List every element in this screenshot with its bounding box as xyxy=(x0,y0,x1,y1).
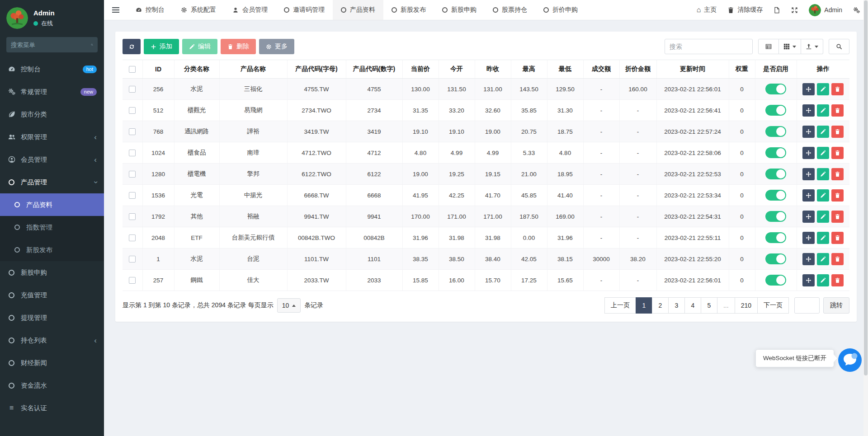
export-button[interactable] xyxy=(801,39,823,54)
sidebar-item[interactable]: 充值管理 xyxy=(0,284,104,306)
row-checkbox[interactable] xyxy=(129,128,136,135)
jump-button[interactable]: 跳转 xyxy=(823,297,849,314)
nav-tab[interactable]: 新股申购 xyxy=(434,0,485,20)
more-button[interactable]: 更多 xyxy=(259,39,294,54)
enable-toggle[interactable] xyxy=(765,253,786,264)
row-checkbox[interactable] xyxy=(129,86,136,93)
edit-row-button[interactable] xyxy=(817,168,829,180)
move-row-button[interactable] xyxy=(802,168,815,180)
user-menu[interactable]: Admin xyxy=(809,4,842,16)
add-button[interactable]: 添加 xyxy=(144,39,179,54)
nav-tab[interactable]: 折价申购 xyxy=(535,0,586,20)
edit-row-button[interactable] xyxy=(817,253,829,265)
enable-toggle[interactable] xyxy=(765,275,786,286)
row-checkbox[interactable] xyxy=(129,171,136,178)
page-number-button[interactable]: 2 xyxy=(652,297,669,314)
page-size-select[interactable]: 10 xyxy=(277,298,301,313)
edit-row-button[interactable] xyxy=(817,189,829,202)
page-number-button[interactable]: 1 xyxy=(636,297,652,314)
sidebar-item[interactable]: 产品管理‹ xyxy=(0,171,104,193)
sidebar-item[interactable]: 产品资料 xyxy=(0,193,104,216)
chat-button[interactable] xyxy=(838,348,862,372)
move-row-button[interactable] xyxy=(802,253,815,265)
sidebar-item[interactable]: 权限管理‹ xyxy=(0,126,104,148)
edit-row-button[interactable] xyxy=(817,274,829,286)
sidebar-item[interactable]: 常规管理new xyxy=(0,80,104,103)
enable-toggle[interactable] xyxy=(765,190,786,201)
refresh-button[interactable] xyxy=(123,39,141,54)
nav-tab[interactable]: 股票持仓 xyxy=(485,0,535,20)
scrollbar-thumb[interactable] xyxy=(864,0,868,375)
enable-toggle[interactable] xyxy=(765,126,786,137)
columns-button[interactable] xyxy=(779,39,801,54)
row-checkbox[interactable] xyxy=(129,213,136,220)
move-row-button[interactable] xyxy=(802,126,815,138)
page-number-button[interactable]: 3 xyxy=(668,297,685,314)
table-search-input[interactable] xyxy=(665,39,753,54)
sidebar-item[interactable]: 指数管理 xyxy=(0,216,104,239)
sidebar-item[interactable]: 新股申购 xyxy=(0,261,104,284)
move-row-button[interactable] xyxy=(802,104,815,117)
nav-tab[interactable]: 控制台 xyxy=(127,0,173,20)
sidebar-item[interactable]: 股市分类 xyxy=(0,103,104,126)
delete-row-button[interactable] xyxy=(831,168,844,180)
move-row-button[interactable] xyxy=(802,211,815,223)
edit-row-button[interactable] xyxy=(817,232,829,244)
edit-row-button[interactable] xyxy=(817,83,829,95)
search-button[interactable] xyxy=(829,39,849,54)
page-next-button[interactable]: 下一页 xyxy=(757,297,789,314)
scrollbar[interactable] xyxy=(863,0,868,436)
fullscreen-button[interactable] xyxy=(791,7,798,14)
page-number-button[interactable]: 4 xyxy=(684,297,701,314)
home-link[interactable]: ⌂ 主页 xyxy=(697,6,717,14)
edit-row-button[interactable] xyxy=(817,211,829,223)
delete-row-button[interactable] xyxy=(831,253,844,265)
edit-row-button[interactable] xyxy=(817,126,829,138)
delete-row-button[interactable] xyxy=(831,232,844,244)
move-row-button[interactable] xyxy=(802,83,815,95)
file-button[interactable] xyxy=(774,7,780,14)
row-checkbox[interactable] xyxy=(129,234,136,241)
row-checkbox[interactable] xyxy=(129,256,136,263)
row-checkbox[interactable] xyxy=(129,107,136,114)
nav-tab[interactable]: 新股发布 xyxy=(383,0,434,20)
delete-row-button[interactable] xyxy=(831,274,844,286)
sidebar-item[interactable]: 持仓列表‹ xyxy=(0,329,104,352)
delete-row-button[interactable] xyxy=(831,147,844,159)
enable-toggle[interactable] xyxy=(765,84,786,94)
nav-tab[interactable]: 会员管理 xyxy=(224,0,276,20)
enable-toggle[interactable] xyxy=(765,169,786,179)
enable-toggle[interactable] xyxy=(765,147,786,158)
move-row-button[interactable] xyxy=(802,274,815,286)
settings-button[interactable] xyxy=(853,7,860,14)
select-all-checkbox[interactable] xyxy=(129,66,136,73)
page-prev-button[interactable]: 上一页 xyxy=(604,297,636,314)
move-row-button[interactable] xyxy=(802,147,815,159)
delete-row-button[interactable] xyxy=(831,104,844,117)
nav-tab[interactable]: 邀请码管理 xyxy=(276,0,333,20)
nav-tab[interactable]: 产品资料 xyxy=(333,0,383,20)
move-row-button[interactable] xyxy=(802,232,815,244)
clear-cache-link[interactable]: 清除缓存 xyxy=(727,6,763,14)
sidebar-item[interactable]: 控制台hot xyxy=(0,58,104,80)
enable-toggle[interactable] xyxy=(765,105,786,116)
edit-button[interactable]: 编辑 xyxy=(182,39,217,54)
row-checkbox[interactable] xyxy=(129,150,136,156)
enable-toggle[interactable] xyxy=(765,232,786,243)
toggle-view-button[interactable] xyxy=(758,39,779,54)
sidebar-toggle-button[interactable] xyxy=(104,0,127,20)
edit-row-button[interactable] xyxy=(817,104,829,117)
enable-toggle[interactable] xyxy=(765,211,786,222)
row-checkbox[interactable] xyxy=(129,192,136,199)
jump-page-input[interactable] xyxy=(794,297,820,314)
page-number-button[interactable]: 5 xyxy=(701,297,717,314)
sidebar-item[interactable]: 新股发布 xyxy=(0,239,104,261)
sidebar-item[interactable]: 提现管理 xyxy=(0,306,104,329)
sidebar-item[interactable]: 会员管理‹ xyxy=(0,148,104,171)
delete-row-button[interactable] xyxy=(831,211,844,223)
row-checkbox[interactable] xyxy=(129,277,136,284)
delete-button[interactable]: 删除 xyxy=(221,39,256,54)
nav-tab[interactable]: 系统配置 xyxy=(173,0,224,20)
sidebar-item[interactable]: 财经新闻 xyxy=(0,352,104,374)
delete-row-button[interactable] xyxy=(831,126,844,138)
